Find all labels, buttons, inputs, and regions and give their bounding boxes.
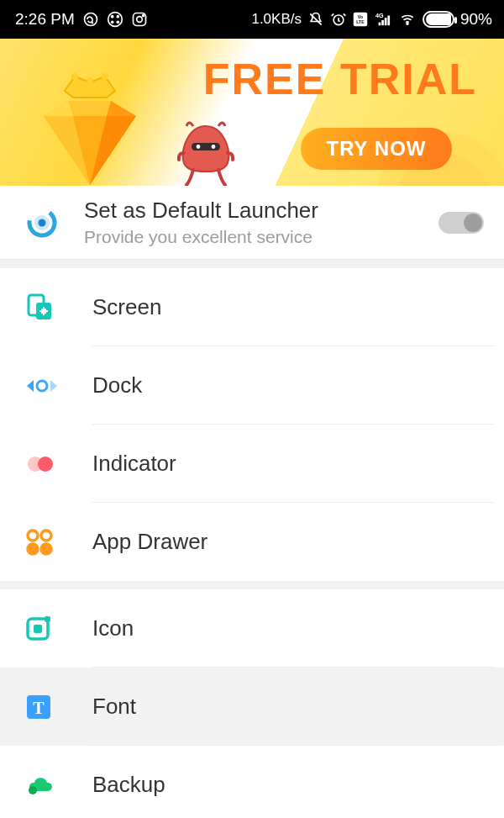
try-now-button[interactable]: TRY NOW bbox=[301, 128, 452, 170]
settings-label: Font bbox=[92, 694, 136, 720]
free-trial-banner[interactable]: FREE TRIAL TRY NOW bbox=[0, 39, 504, 186]
signal-icon: 4G bbox=[374, 12, 392, 27]
volte-icon: VoLTE bbox=[353, 12, 368, 27]
status-bar: 2:26 PM 1.0KB/s VoLTE 4G 90% bbox=[0, 0, 504, 39]
settings-row-app-drawer[interactable]: App Drawer bbox=[0, 503, 504, 581]
dock-icon bbox=[25, 377, 92, 395]
backup-icon bbox=[25, 774, 92, 796]
settings-row-indicator[interactable]: Indicator bbox=[0, 425, 504, 503]
svg-rect-48 bbox=[28, 544, 38, 554]
diamond-crown-icon bbox=[35, 72, 144, 186]
svg-point-32 bbox=[212, 145, 216, 149]
whatsapp-icon bbox=[82, 11, 99, 28]
svg-marker-25 bbox=[69, 101, 111, 116]
svg-point-5 bbox=[116, 21, 119, 24]
svg-rect-30 bbox=[192, 143, 220, 150]
svg-point-35 bbox=[39, 219, 46, 226]
settings-label: Indicator bbox=[92, 451, 176, 477]
wifi-icon bbox=[398, 12, 417, 27]
svg-text:LTE: LTE bbox=[356, 19, 365, 24]
banner-title: FREE TRIAL bbox=[203, 54, 477, 104]
svg-point-22 bbox=[102, 73, 108, 80]
svg-point-45 bbox=[38, 456, 53, 472]
settings-row-icon[interactable]: Icon bbox=[0, 589, 504, 668]
svg-point-0 bbox=[84, 13, 97, 26]
svg-text:Vo: Vo bbox=[358, 14, 363, 19]
app-drawer-icon bbox=[25, 528, 92, 557]
svg-rect-14 bbox=[379, 23, 381, 26]
settings-label: Backup bbox=[92, 772, 165, 798]
svg-text:T: T bbox=[33, 699, 45, 717]
settings-label: Dock bbox=[92, 372, 142, 398]
svg-rect-47 bbox=[41, 530, 51, 541]
battery-icon bbox=[423, 11, 454, 28]
svg-point-4 bbox=[111, 21, 114, 24]
svg-point-8 bbox=[142, 14, 144, 16]
settings-label: Icon bbox=[92, 615, 134, 641]
alarm-icon bbox=[330, 11, 347, 28]
status-net-speed: 1.0KB/s bbox=[251, 11, 302, 28]
svg-point-55 bbox=[29, 786, 37, 794]
default-launcher-title: Set as Default Launcher bbox=[84, 198, 318, 224]
svg-rect-15 bbox=[381, 20, 384, 25]
svg-point-31 bbox=[197, 145, 201, 149]
svg-point-21 bbox=[87, 77, 93, 84]
font-icon: T bbox=[25, 694, 92, 720]
svg-point-18 bbox=[407, 23, 408, 24]
svg-point-42 bbox=[37, 381, 47, 391]
gear-icon bbox=[25, 206, 84, 240]
settings-label: Screen bbox=[92, 294, 161, 320]
svg-point-1 bbox=[108, 13, 122, 27]
settings-row-backup[interactable]: Backup bbox=[0, 746, 504, 818]
svg-marker-24 bbox=[44, 101, 73, 116]
svg-marker-26 bbox=[107, 101, 136, 116]
settings-section-layout: Screen Dock Indicator bbox=[0, 268, 504, 581]
svg-point-2 bbox=[111, 15, 114, 18]
instagram-icon bbox=[131, 11, 148, 28]
svg-rect-46 bbox=[28, 530, 38, 541]
default-launcher-toggle[interactable] bbox=[438, 212, 484, 234]
svg-rect-16 bbox=[385, 18, 387, 25]
settings-row-font[interactable]: T Font bbox=[0, 668, 504, 746]
svg-rect-17 bbox=[387, 16, 390, 26]
default-launcher-subtitle: Provide you excellent service bbox=[84, 227, 318, 247]
svg-point-7 bbox=[136, 17, 142, 23]
screen-icon bbox=[25, 293, 92, 323]
svg-text:4G: 4G bbox=[375, 12, 384, 19]
svg-rect-52 bbox=[45, 616, 50, 622]
settings-row-dock[interactable]: Dock bbox=[0, 346, 504, 425]
mute-icon bbox=[307, 11, 324, 28]
icon-icon bbox=[25, 615, 92, 643]
status-time: 2:26 PM bbox=[15, 10, 75, 29]
svg-marker-43 bbox=[50, 380, 57, 392]
settings-section-appearance: Icon T Font Backup bbox=[0, 589, 504, 818]
indicator-icon bbox=[25, 454, 92, 474]
svg-point-3 bbox=[116, 15, 119, 18]
status-battery-pct: 90% bbox=[460, 10, 492, 29]
settings-row-screen[interactable]: Screen bbox=[0, 268, 504, 346]
svg-rect-51 bbox=[34, 625, 42, 633]
set-default-launcher-row[interactable]: Set as Default Launcher Provide you exce… bbox=[0, 186, 504, 260]
svg-point-20 bbox=[71, 73, 78, 80]
app-tray-icon bbox=[107, 11, 123, 28]
settings-label: App Drawer bbox=[92, 529, 207, 555]
svg-marker-41 bbox=[27, 380, 34, 392]
mascot-icon bbox=[176, 119, 235, 186]
svg-rect-49 bbox=[41, 544, 51, 554]
